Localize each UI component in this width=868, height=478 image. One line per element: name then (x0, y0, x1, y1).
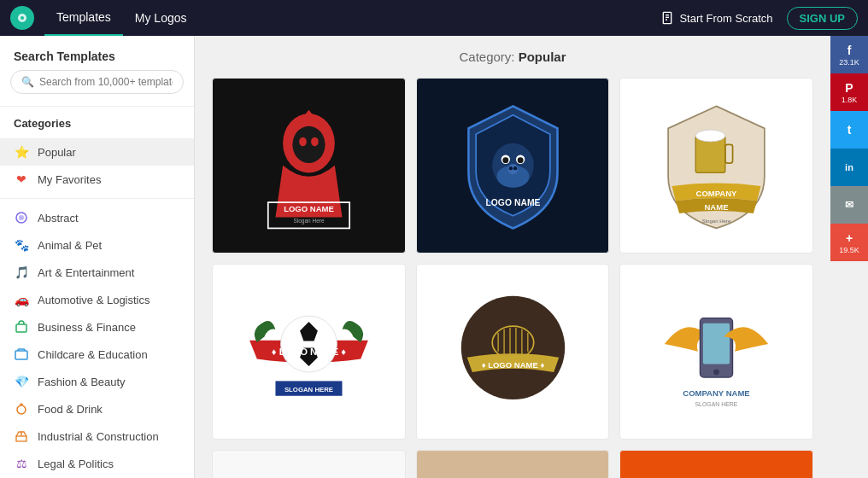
svg-point-29 (517, 157, 523, 163)
svg-point-61 (713, 370, 719, 376)
automotive-icon: 🚗 (14, 292, 29, 307)
svg-text:♦ LOGO NAME ♦: ♦ LOGO NAME ♦ (481, 360, 544, 370)
top-nav: Templates My Logos Start From Scratch SI… (0, 0, 868, 36)
pinterest-icon: P (845, 81, 853, 95)
template-card-9[interactable] (619, 450, 813, 478)
template-card-4[interactable]: ♦ LOGO NAME ♦ SLOGAN HERE (212, 264, 406, 440)
sidebar-item-favorites[interactable]: ❤ My Favorites (0, 166, 194, 193)
facebook-icon: f (847, 44, 852, 57)
svg-text:Slogan Here: Slogan Here (293, 219, 325, 225)
svg-point-8 (19, 215, 24, 220)
svg-text:Slogan Here: Slogan Here (702, 219, 731, 224)
svg-text:LOGO NAME: LOGO NAME (284, 205, 334, 214)
sidebar-item-business[interactable]: Business & Finance (0, 313, 194, 341)
svg-point-2 (21, 16, 24, 20)
template-preview-6: COMPANY NAME SLOGAN HERE (635, 277, 798, 425)
template-preview-3: COMPANY NAME Slogan Here (635, 91, 798, 239)
pinterest-share-button[interactable]: P 1.8K (830, 73, 868, 111)
sidebar-item-legal[interactable]: ⚖ Legal & Politics (0, 450, 194, 477)
twitter-share-button[interactable]: t (830, 111, 868, 149)
app-logo[interactable] (10, 6, 34, 30)
svg-text:♦ LOGO NAME ♦: ♦ LOGO NAME ♦ (272, 347, 346, 357)
sidebar-item-abstract[interactable]: Abstract (0, 204, 194, 231)
template-preview-4: ♦ LOGO NAME ♦ SLOGAN HERE (227, 277, 390, 425)
template-preview-5: ♦ LOGO NAME ♦ (431, 277, 595, 425)
sidebar-item-food[interactable]: Food & Drink (0, 395, 194, 423)
popular-icon: ⭐ (14, 144, 29, 160)
template-card-2[interactable]: LOGO NAME (416, 78, 610, 254)
categories-title: Categories (0, 106, 194, 138)
sidebar-item-industrial[interactable]: Industrial & Construction (0, 423, 194, 450)
svg-text:SLOGAN HERE: SLOGAN HERE (695, 401, 738, 407)
category-header: Category: Popular (212, 50, 813, 64)
tab-my-logos[interactable]: My Logos (123, 0, 199, 36)
search-box[interactable]: 🔍 (10, 70, 184, 94)
legal-icon: ⚖ (14, 456, 29, 471)
industrial-icon (14, 428, 29, 444)
sidebar-item-fashion[interactable]: 💎 Fashion & Beauty (0, 368, 194, 395)
sidebar-item-animal[interactable]: 🐾 Animal & Pet (0, 231, 194, 259)
social-sidebar: f 23.1K P 1.8K t in ✉ + 19.5K (830, 36, 868, 478)
childcare-icon (14, 347, 29, 362)
tab-templates[interactable]: Templates (44, 0, 123, 36)
template-preview-7 (227, 463, 390, 478)
start-from-scratch-button[interactable]: Start From Scratch (660, 11, 772, 25)
linkedin-icon: in (845, 162, 853, 172)
food-icon (14, 401, 29, 417)
share-plus-icon: + (846, 231, 853, 245)
facebook-share-button[interactable]: f 23.1K (830, 36, 868, 73)
svg-text:LOGO NAME: LOGO NAME (485, 199, 540, 208)
search-input[interactable] (39, 76, 173, 88)
signup-button[interactable]: SIGN UP (787, 7, 858, 30)
svg-rect-12 (16, 436, 26, 441)
search-section-title: Search Templates (0, 50, 194, 70)
twitter-icon: t (847, 123, 852, 137)
sidebar-item-automotive[interactable]: 🚗 Automotive & Logistics (0, 286, 194, 313)
sidebar-item-childcare[interactable]: Childcare & Education (0, 341, 194, 368)
svg-point-19 (311, 137, 319, 146)
logo-grid: LOGO NAME Slogan Here (212, 78, 813, 478)
template-card-1[interactable]: LOGO NAME Slogan Here (212, 78, 406, 254)
template-card-3[interactable]: COMPANY NAME Slogan Here (619, 78, 813, 254)
fashion-icon: 💎 (14, 374, 29, 389)
svg-text:COMPANY NAME: COMPANY NAME (683, 388, 749, 398)
svg-point-49 (460, 296, 564, 399)
svg-text:NAME: NAME (705, 202, 729, 212)
template-card-6[interactable]: COMPANY NAME SLOGAN HERE (619, 264, 813, 440)
email-icon: ✉ (845, 199, 853, 211)
abstract-icon (14, 210, 29, 225)
search-icon: 🔍 (21, 76, 34, 88)
sidebar-item-art[interactable]: 🎵 Art & Entertainment (0, 259, 194, 286)
template-card-7[interactable] (212, 450, 406, 478)
svg-text:SLOGAN HERE: SLOGAN HERE (284, 386, 333, 393)
svg-rect-60 (703, 324, 730, 364)
favorites-icon: ❤ (14, 172, 29, 187)
art-icon: 🎵 (14, 265, 29, 280)
svg-rect-9 (16, 324, 26, 332)
linkedin-share-button[interactable]: in (830, 149, 868, 186)
template-preview-2: LOGO NAME (431, 91, 595, 239)
svg-rect-10 (15, 351, 27, 359)
animal-icon: 🐾 (14, 237, 29, 253)
template-preview-1: LOGO NAME Slogan Here (227, 91, 390, 239)
svg-point-31 (508, 166, 512, 170)
svg-point-32 (513, 166, 516, 170)
sidebar: Search Templates 🔍 Categories ⭐ Popular … (0, 36, 195, 478)
business-icon (14, 319, 29, 335)
content-area: Category: Popular (195, 36, 830, 478)
sidebar-item-popular[interactable]: ⭐ Popular (0, 138, 194, 166)
svg-point-18 (299, 137, 307, 146)
svg-point-37 (695, 130, 725, 142)
svg-point-28 (502, 157, 508, 163)
svg-point-11 (17, 405, 26, 414)
template-card-5[interactable]: ♦ LOGO NAME ♦ (416, 264, 610, 440)
template-preview-8 (431, 463, 595, 478)
main-layout: Search Templates 🔍 Categories ⭐ Popular … (0, 36, 868, 478)
document-icon (660, 11, 674, 25)
template-card-8[interactable] (416, 450, 610, 478)
svg-point-17 (292, 126, 325, 163)
email-share-button[interactable]: ✉ (830, 186, 868, 224)
more-share-button[interactable]: + 19.5K (830, 224, 868, 261)
svg-text:COMPANY: COMPANY (696, 189, 738, 198)
template-preview-9 (635, 463, 798, 478)
